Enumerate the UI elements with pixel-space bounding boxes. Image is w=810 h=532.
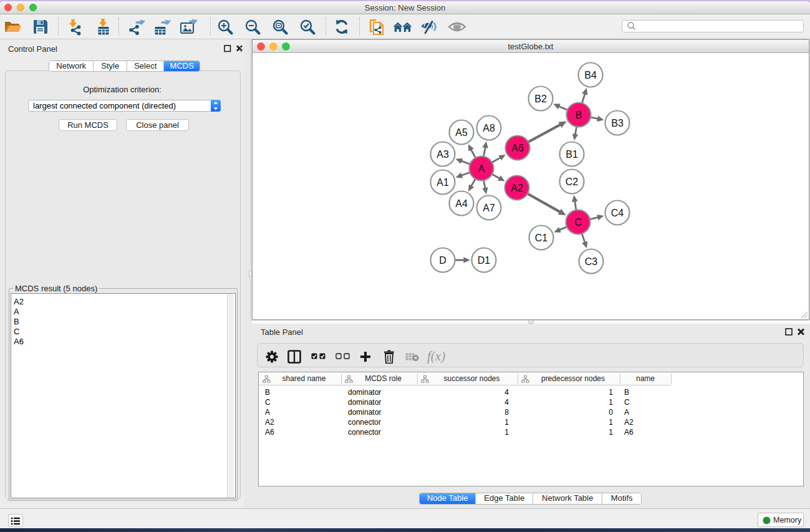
svg-text:B2: B2 bbox=[534, 94, 547, 104]
svg-text:B: B bbox=[576, 110, 582, 120]
svg-text:A3: A3 bbox=[436, 149, 449, 160]
svg-text:C: C bbox=[574, 217, 582, 228]
svg-text:B3: B3 bbox=[611, 118, 624, 128]
svg-text:A: A bbox=[478, 163, 485, 174]
svg-text:D1: D1 bbox=[478, 255, 491, 266]
svg-text:C3: C3 bbox=[585, 256, 598, 267]
svg-text:A5: A5 bbox=[455, 127, 468, 138]
svg-text:B1: B1 bbox=[566, 149, 578, 160]
svg-text:C1: C1 bbox=[535, 233, 548, 243]
svg-text:B4: B4 bbox=[584, 70, 597, 80]
svg-text:A2: A2 bbox=[511, 183, 523, 193]
svg-text:A7: A7 bbox=[483, 203, 495, 213]
svg-text:A6: A6 bbox=[511, 143, 524, 153]
svg-text:C4: C4 bbox=[611, 208, 624, 218]
svg-text:C2: C2 bbox=[566, 177, 579, 187]
svg-text:A4: A4 bbox=[455, 198, 468, 209]
svg-text:A8: A8 bbox=[483, 123, 495, 133]
svg-text:D: D bbox=[439, 255, 446, 266]
svg-text:A1: A1 bbox=[436, 177, 449, 188]
